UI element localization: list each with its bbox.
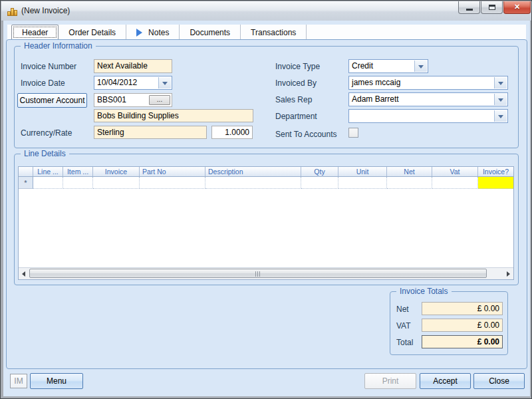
new-row-cell-unit[interactable]: [338, 177, 387, 189]
scrollbar-thumb[interactable]: [29, 269, 487, 278]
sent-to-accounts-label: Sent To Accounts: [275, 130, 337, 139]
currency-rate-label: Currency/Rate: [21, 128, 72, 138]
app-icon: [7, 7, 18, 16]
invoice-number-field: Next Available: [94, 59, 172, 73]
line-details-grid: Line ... Item ... Invoice Part No Descri…: [18, 166, 514, 280]
invoice-date-field[interactable]: 10/04/2012: [94, 76, 172, 90]
tab-strip: Header Order Details Notes Documents Tra…: [7, 25, 526, 40]
grid-header-item[interactable]: Item ...: [63, 167, 93, 176]
grid-header-unit[interactable]: Unit: [338, 167, 387, 176]
window-title: (New Invoice): [21, 6, 70, 15]
minimize-icon: [466, 9, 473, 11]
invoice-type-combo[interactable]: Credit: [348, 59, 428, 73]
maximize-button[interactable]: [481, 1, 503, 14]
department-dropdown-button[interactable]: [494, 110, 507, 122]
tab-documents-label: Documents: [190, 28, 230, 37]
new-row-cell-part-no[interactable]: [140, 177, 205, 189]
new-row-cell-net[interactable]: [387, 177, 432, 189]
scroll-left-button[interactable]: [19, 268, 29, 279]
total-label: Total: [396, 338, 413, 347]
grid-header-part-no[interactable]: Part No: [140, 167, 205, 176]
sales-rep-dropdown-button[interactable]: [494, 94, 507, 105]
close-button[interactable]: Close: [473, 373, 525, 389]
close-window-button[interactable]: ✕: [503, 1, 531, 14]
ellipsis-icon: ...: [157, 96, 162, 103]
department-label: Department: [275, 112, 317, 121]
grid-header-net[interactable]: Net: [387, 167, 432, 176]
new-row-cell-invoice[interactable]: [93, 177, 140, 189]
grid-header-invoice[interactable]: Invoice: [93, 167, 140, 176]
titlebar[interactable]: (New Invoice): [1, 1, 531, 21]
minimize-button[interactable]: [458, 1, 480, 14]
tab-transactions[interactable]: Transactions: [241, 25, 307, 40]
tab-transactions-label: Transactions: [251, 28, 296, 37]
tab-header[interactable]: Header: [11, 25, 59, 40]
grid-header-invoice-flag[interactable]: Invoice?: [478, 167, 513, 176]
chevron-down-icon: [498, 98, 503, 102]
invoiced-by-dropdown-button[interactable]: [494, 77, 507, 88]
grid-horizontal-scrollbar[interactable]: [19, 267, 513, 279]
scroll-right-button[interactable]: [503, 268, 513, 279]
new-row-cell-vat[interactable]: [432, 177, 478, 189]
vat-total-field: £ 0.00: [422, 319, 503, 332]
sales-rep-value: Adam Barrett: [352, 94, 399, 104]
accept-button[interactable]: Accept: [420, 373, 471, 389]
invoiced-by-combo[interactable]: james mccaig: [348, 76, 508, 90]
tab-order-details-label: Order Details: [68, 28, 116, 37]
grid-header-selector: [19, 167, 33, 176]
invoice-type-value: Credit: [352, 61, 373, 70]
im-status-badge: IM: [10, 374, 27, 388]
invoiced-by-label: Invoiced By: [275, 78, 317, 88]
chevron-down-icon: [162, 82, 168, 85]
menu-button-label: Menu: [47, 376, 66, 386]
sent-to-accounts-checkbox[interactable]: [348, 128, 358, 138]
sales-rep-combo[interactable]: Adam Barrett: [348, 92, 508, 106]
print-button[interactable]: Print: [364, 373, 416, 389]
tab-notes-label: Notes: [148, 28, 169, 37]
new-row-marker: *: [19, 177, 33, 189]
tab-header-label: Header: [22, 28, 48, 37]
department-combo[interactable]: [348, 109, 508, 123]
line-details-title: Line Details: [21, 149, 69, 158]
menu-button[interactable]: Menu: [30, 373, 83, 389]
grid-header-qty[interactable]: Qty: [301, 167, 338, 176]
chevron-down-icon: [498, 82, 503, 85]
grid-header-description[interactable]: Description: [205, 167, 301, 176]
new-row-cell-invoice-flag-active[interactable]: [478, 177, 513, 189]
arrow-left-icon: [22, 271, 25, 277]
invoiced-by-value: james mccaig: [352, 78, 400, 87]
rate-field[interactable]: 1.0000: [211, 126, 253, 139]
new-row-cell-description[interactable]: [205, 177, 301, 189]
tab-documents[interactable]: Documents: [180, 25, 241, 40]
customer-lookup-button[interactable]: ...: [149, 95, 170, 105]
net-total-field: £ 0.00: [422, 302, 503, 315]
new-row-cell-line[interactable]: [33, 177, 63, 189]
grid-header-vat[interactable]: Vat: [432, 167, 478, 176]
vat-label: VAT: [396, 321, 411, 331]
chevron-down-icon: [498, 115, 503, 118]
new-invoice-window: (New Invoice) ✕ Header Order Details Not…: [0, 0, 532, 399]
header-information-title: Header Information: [21, 41, 96, 51]
customer-account-button-label: Customer Account: [19, 96, 84, 105]
chevron-down-icon: [418, 65, 424, 68]
invoice-type-dropdown-button[interactable]: [414, 61, 427, 72]
customer-account-button[interactable]: Customer Account: [17, 93, 87, 108]
play-icon: [136, 29, 142, 37]
invoice-date-dropdown-button[interactable]: [158, 77, 171, 88]
maximize-icon: [489, 5, 495, 10]
customer-name-field: Bobs Building Supplies: [94, 109, 253, 122]
invoice-date-label: Invoice Date: [21, 78, 65, 88]
tab-notes[interactable]: Notes: [126, 25, 180, 40]
grid-header-line[interactable]: Line ...: [33, 167, 63, 176]
customer-account-code-value: BBS001: [97, 95, 126, 104]
grand-total-field: £ 0.00: [422, 335, 503, 348]
customer-account-code-field[interactable]: BBS001 ...: [94, 93, 172, 107]
invoice-type-label: Invoice Type: [275, 62, 320, 71]
tab-order-details[interactable]: Order Details: [59, 25, 126, 40]
new-row-cell-qty[interactable]: [301, 177, 338, 189]
currency-field: Sterling: [94, 126, 207, 139]
invoice-date-value: 10/04/2012: [97, 78, 137, 87]
close-icon: ✕: [504, 3, 530, 11]
new-row-cell-item[interactable]: [63, 177, 93, 189]
sales-rep-label: Sales Rep: [275, 95, 312, 104]
